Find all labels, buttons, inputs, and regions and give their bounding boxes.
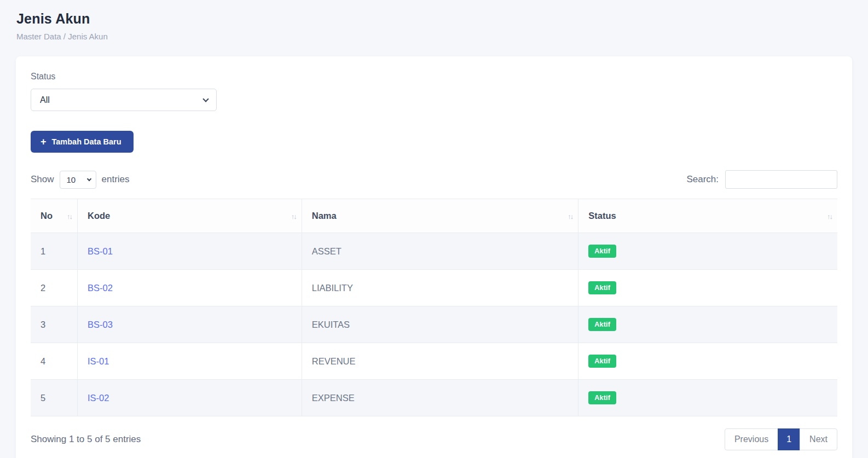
search-group: Search:	[686, 170, 837, 189]
status-badge: Aktif	[588, 281, 616, 294]
kode-link[interactable]: IS-01	[88, 356, 109, 366]
add-data-button[interactable]: + Tambah Data Baru	[31, 131, 134, 153]
cell-kode: IS-01	[77, 343, 302, 380]
cell-no: 4	[31, 343, 77, 380]
cell-status: Aktif	[578, 343, 837, 380]
kode-link[interactable]: BS-01	[88, 246, 113, 256]
cell-no: 1	[31, 233, 77, 270]
cell-nama: REVENUE	[302, 343, 578, 380]
cell-kode: BS-03	[77, 306, 302, 343]
showing-info: Showing 1 to 5 of 5 entries	[31, 434, 141, 445]
table-row: 5 IS-02 EXPENSE Aktif	[31, 380, 837, 416]
table-header-row: No ↑↓ Kode ↑↓ Nama ↑↓ Status ↑↓	[31, 199, 837, 233]
previous-page-button[interactable]: Previous	[725, 428, 778, 450]
cell-kode: BS-01	[77, 233, 302, 270]
next-page-button[interactable]: Next	[800, 428, 837, 450]
column-header-nama[interactable]: Nama ↑↓	[302, 199, 578, 233]
cell-no: 5	[31, 380, 77, 416]
page-title: Jenis Akun	[16, 11, 852, 27]
search-input[interactable]	[725, 170, 837, 189]
data-table: No ↑↓ Kode ↑↓ Nama ↑↓ Status ↑↓ 1	[31, 199, 837, 416]
cell-status: Aktif	[578, 380, 837, 416]
status-badge: Aktif	[588, 355, 616, 368]
page-size-select[interactable]: 10	[60, 171, 96, 189]
page-size-wrap: 10	[60, 171, 96, 189]
cell-kode: BS-02	[77, 270, 302, 306]
kode-link[interactable]: BS-03	[88, 320, 113, 329]
cell-nama: EXPENSE	[302, 380, 578, 416]
table-controls: Show 10 entries Search:	[31, 170, 837, 189]
column-header-label: Kode	[88, 211, 110, 221]
content-card: Status All + Tambah Data Baru Show 10 en…	[16, 56, 852, 458]
column-header-kode[interactable]: Kode ↑↓	[77, 199, 302, 233]
page-number-button[interactable]: 1	[778, 428, 800, 450]
table-row: 1 BS-01 ASSET Aktif	[31, 233, 837, 270]
column-header-status[interactable]: Status ↑↓	[578, 199, 837, 233]
breadcrumb: Master Data / Jenis Akun	[16, 32, 852, 41]
kode-link[interactable]: IS-02	[88, 393, 109, 403]
status-badge: Aktif	[588, 245, 616, 258]
cell-no: 2	[31, 270, 77, 306]
cell-kode: IS-02	[77, 380, 302, 416]
cell-nama: EKUITAS	[302, 306, 578, 343]
column-header-no[interactable]: No ↑↓	[31, 199, 77, 233]
add-data-button-label: Tambah Data Baru	[52, 137, 121, 146]
show-entries-group: Show 10 entries	[31, 171, 130, 189]
cell-status: Aktif	[578, 306, 837, 343]
sort-icon: ↑↓	[291, 212, 296, 220]
cell-status: Aktif	[578, 233, 837, 270]
plus-icon: +	[40, 138, 47, 146]
table-footer: Showing 1 to 5 of 5 entries Previous 1 N…	[31, 428, 837, 450]
sort-icon: ↑↓	[568, 212, 572, 220]
sort-icon: ↑↓	[67, 212, 72, 220]
status-badge: Aktif	[588, 391, 616, 404]
column-header-label: Status	[588, 211, 616, 221]
status-filter-select[interactable]: All	[31, 89, 217, 111]
pagination: Previous 1 Next	[725, 428, 837, 450]
column-header-label: No	[40, 211, 53, 221]
kode-link[interactable]: BS-02	[88, 283, 113, 293]
table-row: 3 BS-03 EKUITAS Aktif	[31, 306, 837, 343]
table-row: 4 IS-01 REVENUE Aktif	[31, 343, 837, 380]
cell-status: Aktif	[578, 270, 837, 306]
column-header-label: Nama	[312, 211, 337, 221]
entries-label: entries	[102, 174, 130, 185]
status-badge: Aktif	[588, 318, 616, 331]
search-label: Search:	[686, 174, 719, 185]
show-label: Show	[31, 174, 54, 185]
page-header: Jenis Akun Master Data / Jenis Akun	[0, 0, 868, 41]
sort-icon: ↑↓	[827, 212, 832, 220]
status-filter-label: Status	[31, 72, 837, 82]
status-filter-wrap: All	[31, 89, 217, 111]
cell-nama: LIABILITY	[302, 270, 578, 306]
cell-no: 3	[31, 306, 77, 343]
cell-nama: ASSET	[302, 233, 578, 270]
table-row: 2 BS-02 LIABILITY Aktif	[31, 270, 837, 306]
